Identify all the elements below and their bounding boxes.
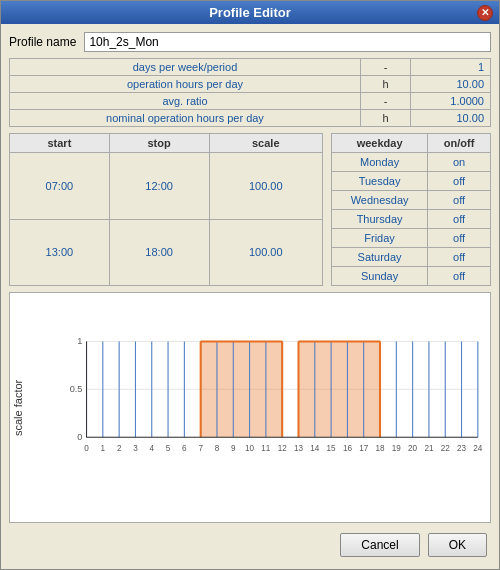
svg-rect-31 xyxy=(201,341,283,437)
weekday-row: Wednesdayoff xyxy=(332,191,491,210)
svg-text:22: 22 xyxy=(441,444,451,453)
svg-text:1: 1 xyxy=(101,444,106,453)
svg-text:14: 14 xyxy=(310,444,320,453)
schedule-header-scale: scale xyxy=(209,134,323,153)
info-label: nominal operation hours per day xyxy=(10,110,361,127)
svg-text:0.5: 0.5 xyxy=(70,384,83,394)
profile-name-input[interactable] xyxy=(84,32,491,52)
schedule-scale: 100.00 xyxy=(209,153,323,220)
weekday-name: Thursday xyxy=(332,210,428,229)
svg-text:6: 6 xyxy=(182,444,187,453)
weekday-name: Monday xyxy=(332,153,428,172)
svg-text:18: 18 xyxy=(375,444,385,453)
ok-button[interactable]: OK xyxy=(428,533,487,557)
profile-name-row: Profile name xyxy=(9,32,491,52)
svg-text:19: 19 xyxy=(392,444,402,453)
close-button[interactable]: ✕ xyxy=(477,5,493,21)
svg-rect-32 xyxy=(298,341,380,437)
svg-text:23: 23 xyxy=(457,444,467,453)
weekday-row: Thursdayoff xyxy=(332,210,491,229)
svg-text:13: 13 xyxy=(294,444,304,453)
weekday-table: weekday on/off MondayonTuesdayoffWednesd… xyxy=(331,133,491,286)
profile-name-label: Profile name xyxy=(9,35,76,49)
svg-text:11: 11 xyxy=(261,444,271,453)
weekday-row: Fridayoff xyxy=(332,229,491,248)
svg-text:0: 0 xyxy=(84,444,89,453)
schedule-row: 07:0012:00100.00 xyxy=(10,153,323,220)
svg-text:10: 10 xyxy=(245,444,255,453)
info-unit: h xyxy=(361,76,411,93)
chart-area: scale factor 00.510123456789101112131415… xyxy=(9,292,491,523)
weekday-name: Saturday xyxy=(332,248,428,267)
weekday-status: on xyxy=(428,153,491,172)
info-unit: - xyxy=(361,93,411,110)
weekday-row: Mondayon xyxy=(332,153,491,172)
middle-section: start stop scale 07:0012:00100.0013:0018… xyxy=(9,133,491,286)
schedule-stop: 18:00 xyxy=(109,219,209,286)
svg-text:4: 4 xyxy=(149,444,154,453)
cancel-button[interactable]: Cancel xyxy=(340,533,419,557)
info-value: 1.0000 xyxy=(411,93,491,110)
schedule-start: 13:00 xyxy=(10,219,110,286)
weekday-status: off xyxy=(428,267,491,286)
weekday-name: Tuesday xyxy=(332,172,428,191)
schedule-scale: 100.00 xyxy=(209,219,323,286)
svg-text:8: 8 xyxy=(215,444,220,453)
info-unit: - xyxy=(361,59,411,76)
svg-text:15: 15 xyxy=(327,444,337,453)
schedule-header-start: start xyxy=(10,134,110,153)
svg-text:24: 24 xyxy=(473,444,483,453)
svg-text:5: 5 xyxy=(166,444,171,453)
schedule-start: 07:00 xyxy=(10,153,110,220)
info-table: days per week/period-1operation hours pe… xyxy=(9,58,491,127)
schedule-row: 13:0018:00100.00 xyxy=(10,219,323,286)
weekday-name: Wednesday xyxy=(332,191,428,210)
weekday-header-day: weekday xyxy=(332,134,428,153)
svg-text:20: 20 xyxy=(408,444,418,453)
info-label: days per week/period xyxy=(10,59,361,76)
info-value: 1 xyxy=(411,59,491,76)
schedule-stop: 12:00 xyxy=(109,153,209,220)
weekday-name: Friday xyxy=(332,229,428,248)
title-bar: Profile Editor ✕ xyxy=(1,1,499,24)
svg-text:16: 16 xyxy=(343,444,353,453)
weekday-row: Saturdayoff xyxy=(332,248,491,267)
svg-text:12: 12 xyxy=(278,444,288,453)
svg-text:7: 7 xyxy=(198,444,203,453)
button-row: Cancel OK xyxy=(9,529,491,561)
svg-text:0: 0 xyxy=(77,432,82,442)
chart-inner: 00.5101234567891011121314151617181920212… xyxy=(28,293,490,522)
info-value: 10.00 xyxy=(411,110,491,127)
info-label: avg. ratio xyxy=(10,93,361,110)
weekday-status: off xyxy=(428,248,491,267)
chart-svg: 00.5101234567891011121314151617181920212… xyxy=(58,301,486,498)
weekday-name: Sunday xyxy=(332,267,428,286)
weekday-status: off xyxy=(428,229,491,248)
info-row: days per week/period-1 xyxy=(10,59,491,76)
window-title: Profile Editor xyxy=(209,5,291,20)
info-row: operation hours per dayh10.00 xyxy=(10,76,491,93)
schedule-header-stop: stop xyxy=(109,134,209,153)
svg-text:3: 3 xyxy=(133,444,138,453)
svg-text:21: 21 xyxy=(424,444,434,453)
svg-text:2: 2 xyxy=(117,444,122,453)
info-value: 10.00 xyxy=(411,76,491,93)
weekday-row: Tuesdayoff xyxy=(332,172,491,191)
weekday-status: off xyxy=(428,210,491,229)
svg-text:9: 9 xyxy=(231,444,236,453)
weekday-row: Sundayoff xyxy=(332,267,491,286)
schedule-table: start stop scale 07:0012:00100.0013:0018… xyxy=(9,133,323,286)
weekday-status: off xyxy=(428,191,491,210)
weekday-header-status: on/off xyxy=(428,134,491,153)
info-unit: h xyxy=(361,110,411,127)
svg-text:1: 1 xyxy=(77,336,82,346)
info-row: avg. ratio-1.0000 xyxy=(10,93,491,110)
y-axis-label: scale factor xyxy=(10,293,28,522)
info-row: nominal operation hours per dayh10.00 xyxy=(10,110,491,127)
svg-text:17: 17 xyxy=(359,444,369,453)
profile-editor-window: Profile Editor ✕ Profile name days per w… xyxy=(0,0,500,570)
info-label: operation hours per day xyxy=(10,76,361,93)
weekday-status: off xyxy=(428,172,491,191)
